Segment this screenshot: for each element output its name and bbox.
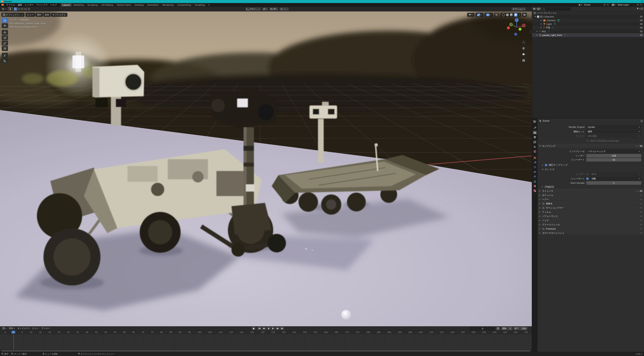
menu-object[interactable]: オブジェクト [51, 13, 68, 17]
tab-scripting[interactable]: Scripting [193, 3, 206, 7]
adaptive-sampling-checkbox[interactable]: ✓ [545, 164, 547, 166]
tab-shading[interactable]: Shading [133, 3, 146, 7]
timeline-scrollbar[interactable] [0, 350, 532, 352]
tab-render-properties[interactable] [532, 130, 537, 135]
current-frame-badge[interactable]: 0 [12, 331, 15, 333]
tab-physics-properties[interactable] [532, 170, 537, 174]
integrator-dropdown[interactable]: パストレーシング [586, 150, 641, 153]
section-film[interactable]: フィルム [538, 210, 644, 214]
denoise-viewport-dropdown[interactable]: 自動 [590, 177, 641, 180]
transform-orientation-dropdown[interactable]: グロー... [245, 7, 261, 11]
tab-view-layer-properties[interactable] [532, 140, 537, 144]
viewport-3d[interactable]: オブジェクト... ビュー 選択 追加 オブジェクト [0, 12, 532, 326]
timeline-ruler[interactable]: -505101520253035404550556065707580859095… [0, 330, 532, 334]
outliner-row-light[interactable]: Light [532, 22, 644, 26]
shading-rendered-active[interactable] [514, 13, 518, 17]
expand-icon[interactable] [535, 16, 536, 18]
section-light-paths[interactable]: ライトパス [538, 189, 644, 193]
outliner-row-panels-right-front[interactable]: ▽ panels_right_front ▽ [532, 33, 644, 37]
expand-icon[interactable] [541, 27, 542, 28]
hide-toggle-eye-icon[interactable] [640, 23, 643, 25]
menu-file[interactable]: ファイル [5, 3, 16, 7]
tab-sculpting[interactable]: Sculpting [86, 3, 100, 7]
menu-edit[interactable]: 編集 [16, 3, 24, 7]
blender-menu-icon[interactable] [1, 4, 4, 6]
tab-compositing[interactable]: Compositing [176, 3, 193, 7]
outliner-row-plane[interactable]: ▽ 平面 ▽ [532, 26, 644, 30]
scene-unlink-button[interactable]: ✕ [606, 4, 610, 6]
timeline-view-menu[interactable]: ビュー [31, 327, 40, 330]
marker-menu[interactable]: マーカー [40, 327, 51, 330]
tab-output-properties[interactable] [532, 135, 537, 139]
freestyle-checkbox[interactable] [542, 228, 544, 230]
next-keyframe-button[interactable] [276, 327, 280, 330]
tool-select-box-button[interactable] [2, 18, 8, 23]
render-engine-dropdown[interactable]: Cycles [586, 125, 641, 129]
sidebar-collapse-arrow[interactable]: ‹ [530, 30, 532, 34]
jump-to-start-button[interactable] [258, 327, 262, 330]
play-button[interactable] [271, 327, 275, 330]
section-hair[interactable]: ヘアー [538, 197, 644, 202]
menu-help[interactable]: ヘルプ [49, 3, 58, 7]
denoise-render-dropdown[interactable]: NLM [590, 172, 641, 176]
view-layer-copy-button[interactable]: ⧉ [636, 4, 640, 6]
outliner-row-collection[interactable]: ✓ Collection [532, 15, 644, 19]
select-mode-invert[interactable] [24, 8, 27, 11]
tab-modeling[interactable]: Modeling [72, 3, 86, 7]
motion-blur-checkbox[interactable] [542, 207, 544, 209]
tab-texture-properties[interactable] [532, 189, 537, 193]
hide-toggle-eye-icon[interactable] [640, 16, 643, 18]
perspective-toggle-button[interactable] [521, 58, 526, 63]
view-layer-name[interactable]: View Layer [616, 4, 636, 6]
tool-settings-editor-dropdown[interactable] [1, 7, 7, 11]
navigation-gizmo[interactable]: Z Y X [507, 18, 527, 38]
playhead[interactable] [14, 334, 14, 350]
outliner-filter-dropdown[interactable] [636, 8, 640, 10]
jump-to-end-button[interactable] [280, 327, 284, 330]
add-workspace-button[interactable]: + [206, 3, 211, 7]
osl-checkbox[interactable] [586, 139, 589, 142]
section-grease-pencil[interactable]: グリースペンシル [538, 223, 644, 227]
hide-toggle-eye-icon[interactable] [640, 19, 643, 22]
menu-render[interactable]: レンダー [24, 3, 35, 7]
tab-layout[interactable]: Layout [61, 3, 72, 7]
use-preview-range-button[interactable] [496, 327, 500, 330]
tab-object-data-properties[interactable] [532, 179, 537, 184]
view-layer-selector[interactable]: View Layer ⧉ ✕ [611, 3, 643, 6]
menu-window[interactable]: ウィンドウ [35, 3, 49, 7]
shading-material-icon[interactable] [510, 14, 513, 16]
select-mode-set[interactable] [14, 8, 17, 11]
start-frame-field[interactable]: 開始1 [501, 327, 512, 330]
menu-view[interactable]: ビュー [26, 13, 35, 17]
expand-icon[interactable] [537, 35, 538, 36]
section-motion-blur[interactable]: モーションブラー [538, 206, 644, 210]
window-controls[interactable] [641, 1, 643, 2]
current-frame-field[interactable]: 0 [470, 327, 495, 330]
camera-view-button[interactable] [521, 52, 526, 57]
tab-scene-properties[interactable] [532, 145, 537, 149]
outliner-search-input[interactable] [542, 8, 571, 11]
start-sample-slider[interactable]: 1 [586, 181, 641, 185]
tab-particle-properties[interactable] [532, 165, 537, 169]
options-dropdown[interactable]: オプション [511, 7, 526, 11]
scene-selector[interactable]: Scene ⧉ ✕ [578, 3, 610, 6]
hide-toggle-eye-icon[interactable] [640, 27, 643, 29]
record-button[interactable] [252, 327, 256, 330]
simplify-checkbox[interactable] [542, 203, 544, 205]
hide-toggle-eye-icon[interactable] [640, 34, 643, 37]
pin-icon[interactable] [640, 119, 643, 122]
tool-transform-button[interactable] [2, 46, 8, 51]
section-volumes[interactable]: ボリューム [538, 193, 644, 197]
device-dropdown[interactable]: GPU演算 [586, 134, 641, 138]
feature-set-dropdown[interactable]: 標準 [586, 130, 641, 133]
tool-scale-button[interactable] [2, 41, 8, 46]
samples-viewport-slider[interactable]: 32 [586, 158, 641, 161]
properties-editor-type-dropdown[interactable] [532, 119, 537, 124]
playback-menu[interactable]: 再生 [8, 327, 16, 330]
active-tool-select-box[interactable] [8, 7, 12, 11]
play-reverse-button[interactable] [266, 327, 270, 330]
mode-dropdown[interactable]: オブジェクト... [1, 13, 24, 17]
sampling-section-header[interactable]: サンプリング [538, 144, 644, 148]
select-mode-intersect[interactable] [27, 8, 30, 11]
view-layer-remove-button[interactable]: ✕ [640, 4, 643, 6]
